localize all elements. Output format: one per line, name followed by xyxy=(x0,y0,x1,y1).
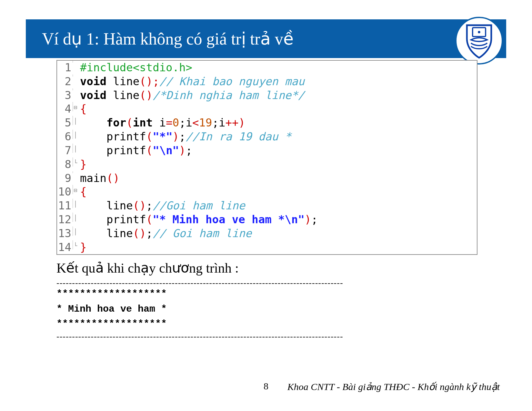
code-text: for(int i=0;i<19;i++) xyxy=(78,116,245,130)
line-number: 13 xyxy=(57,226,73,240)
svg-point-1 xyxy=(478,31,480,34)
line-number: 11 xyxy=(57,199,73,213)
code-line: 11│ line();//Goi ham line xyxy=(57,199,477,213)
program-output: ******************* * Minh hoa ve ham * … xyxy=(56,286,167,332)
line-number: 3 xyxy=(57,88,73,102)
code-text: line();// Goi ham line xyxy=(78,226,252,240)
fold-gutter-icon xyxy=(73,88,78,90)
line-number: 1 xyxy=(57,61,73,75)
code-block: 1#include<stdio.h>2void line();// Khai b… xyxy=(56,60,477,255)
code-text: } xyxy=(78,157,86,171)
code-text: { xyxy=(78,102,86,116)
code-text: void line()/*Dinh nghia ham line*/ xyxy=(78,88,305,102)
fold-gutter-icon xyxy=(73,61,78,63)
code-line: 1#include<stdio.h> xyxy=(57,61,477,75)
header-bar: Ví dụ 1: Hàm không có giá trị trả về xyxy=(26,19,506,58)
code-text: printf("*");//In ra 19 dau * xyxy=(78,130,291,144)
fold-gutter-icon: ⊟ xyxy=(73,102,78,111)
fold-gutter-icon: │ xyxy=(73,213,78,222)
fold-gutter-icon: │ xyxy=(73,116,78,125)
code-line: 7│ printf("\n"); xyxy=(57,144,477,157)
shield-logo-icon xyxy=(459,20,499,61)
line-number: 9 xyxy=(57,171,73,185)
code-line: 8└} xyxy=(57,157,477,171)
code-line: 6│ printf("*");//In ra 19 dau * xyxy=(57,130,477,144)
code-line: 9main() xyxy=(57,171,477,185)
fold-gutter-icon xyxy=(73,171,78,173)
fold-gutter-icon: │ xyxy=(73,130,78,139)
code-text: printf("\n"); xyxy=(78,144,192,157)
code-text: printf("* Minh hoa ve ham *\n"); xyxy=(78,213,318,226)
slide-title: Ví dụ 1: Hàm không có giá trị trả về xyxy=(42,29,294,48)
code-line: 14└} xyxy=(57,240,477,254)
line-number: 14 xyxy=(57,240,73,254)
footer-text: Khoa CNTT - Bài giảng THĐC - Khối ngành … xyxy=(287,381,500,392)
line-number: 7 xyxy=(57,144,73,157)
code-text: line();//Goi ham line xyxy=(78,199,245,213)
code-text: { xyxy=(78,185,86,199)
code-text: #include<stdio.h> xyxy=(78,61,192,75)
dash-separator-bottom: ----------------------------------------… xyxy=(56,332,477,341)
code-text: main() xyxy=(78,171,120,185)
fold-gutter-icon: │ xyxy=(73,199,78,208)
university-logo xyxy=(455,17,503,65)
code-text: } xyxy=(78,240,86,254)
code-line: 3void line()/*Dinh nghia ham line*/ xyxy=(57,88,477,102)
result-heading: Kết quả khi chạy chương trình : xyxy=(56,260,239,276)
code-line: 12│ printf("* Minh hoa ve ham *\n"); xyxy=(57,213,477,226)
fold-gutter-icon xyxy=(73,75,78,76)
code-line: 2void line();// Khai bao nguyen mau xyxy=(57,75,477,88)
code-line: 10⊟{ xyxy=(57,185,477,199)
line-number: 5 xyxy=(57,116,73,130)
fold-gutter-icon: │ xyxy=(73,144,78,153)
fold-gutter-icon: └ xyxy=(73,240,78,250)
code-line: 13│ line();// Goi ham line xyxy=(57,226,477,240)
line-number: 10 xyxy=(57,185,73,199)
line-number: 2 xyxy=(57,75,73,88)
fold-gutter-icon: ⊟ xyxy=(73,185,78,194)
line-number: 6 xyxy=(57,130,73,144)
code-line: 5│ for(int i=0;i<19;i++) xyxy=(57,116,477,130)
line-number: 4 xyxy=(57,102,73,116)
fold-gutter-icon: └ xyxy=(73,157,78,167)
line-number: 8 xyxy=(57,157,73,171)
slide: Ví dụ 1: Hàm không có giá trị trả về 1#i… xyxy=(0,0,532,411)
code-line: 4⊟{ xyxy=(57,102,477,116)
line-number: 12 xyxy=(57,213,73,226)
code-text: void line();// Khai bao nguyen mau xyxy=(78,75,305,88)
fold-gutter-icon: │ xyxy=(73,226,78,236)
